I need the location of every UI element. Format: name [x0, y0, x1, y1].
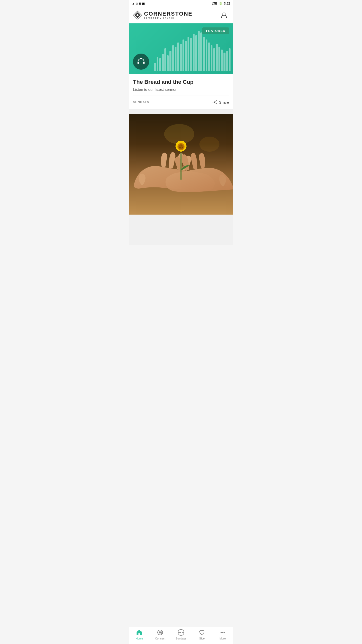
waveform-bar: [218, 47, 220, 71]
share-label: Share: [219, 100, 229, 104]
sermon-footer: SUNDAYS Share: [133, 96, 229, 105]
waveform-bar: [157, 57, 158, 71]
waveform-bar: [154, 63, 156, 71]
svg-point-7: [164, 124, 194, 144]
waveform-bar: [221, 50, 223, 71]
waveform-bar: [169, 51, 171, 71]
nav-item-sundays[interactable]: Sundays: [173, 629, 189, 640]
svg-point-23: [182, 147, 183, 148]
waveform-bar: [211, 45, 212, 71]
network-type: LTE: [212, 2, 217, 5]
waveform-bar: [180, 44, 182, 71]
svg-point-19: [178, 144, 184, 149]
svg-point-24: [179, 147, 180, 148]
waveform-bar: [164, 48, 166, 71]
hands-flower-illustration: [129, 114, 233, 215]
wifi-icon: ⊙: [136, 2, 138, 5]
status-bar: ▲ ⊙ ⊞ ▣ LTE 🔋 3:52: [129, 0, 233, 7]
logo-subtitle: community church: [144, 17, 193, 19]
logo: CORNERSTONE community church: [133, 11, 193, 20]
share-button[interactable]: Share: [212, 99, 229, 105]
home-label: Home: [136, 637, 143, 640]
waveform-bar: [223, 53, 225, 71]
sermon-description: Listen to our latest sermon!: [133, 87, 229, 92]
waveform-bar: [226, 51, 228, 71]
time: 3:52: [224, 2, 230, 5]
logo-text: CORNERSTONE community church: [144, 11, 193, 19]
waveform-bar: [175, 47, 176, 71]
nav-item-connect[interactable]: Connect: [153, 629, 168, 640]
featured-banner: FEATURED: [129, 23, 233, 74]
signal-icon: ▲: [132, 2, 135, 5]
svg-point-22: [180, 147, 181, 148]
waveform-bar: [185, 41, 187, 71]
give-icon: [198, 629, 205, 636]
connect-icon: [157, 629, 164, 636]
featured-content: The Bread and the Cup Listen to our late…: [129, 74, 233, 109]
home-icon: [136, 629, 143, 636]
status-right: LTE 🔋 3:52: [212, 2, 230, 5]
headphones-button[interactable]: [133, 54, 149, 70]
connect-label: Connect: [155, 637, 165, 640]
give-label: Give: [199, 637, 205, 640]
waveform-bar: [167, 55, 169, 71]
svg-point-35: [223, 632, 225, 633]
sermon-tag: SUNDAYS: [133, 100, 149, 104]
waveform-bar: [190, 38, 192, 71]
nav-item-more[interactable]: More: [215, 629, 230, 640]
svg-point-20: [179, 145, 180, 146]
battery-icon: 🔋: [219, 2, 222, 5]
nav-item-home[interactable]: Home: [132, 629, 147, 640]
waveform-bar: [198, 31, 200, 71]
status-left: ▲ ⊙ ⊞ ▣: [132, 2, 145, 5]
waveform-bar: [206, 39, 207, 71]
svg-point-33: [220, 632, 222, 633]
nav-item-give[interactable]: Give: [194, 629, 209, 640]
logo-title: CORNERSTONE: [144, 11, 193, 17]
waveform: [152, 23, 233, 74]
svg-rect-4: [138, 62, 139, 64]
extra-icons: ⊞ ▣: [139, 2, 145, 5]
share-icon: [212, 99, 217, 105]
waveform-bar: [200, 32, 202, 71]
svg-rect-5: [143, 62, 145, 64]
waveform-bar: [183, 39, 184, 71]
waveform-bar: [213, 48, 215, 71]
waveform-bar: [188, 37, 189, 71]
svg-point-21: [181, 145, 182, 146]
waveform-bar: [177, 43, 179, 71]
bottom-spacer: [129, 215, 233, 245]
waveform-bar: [162, 54, 164, 71]
headphones-icon: [137, 57, 145, 66]
section-spacer: [129, 109, 233, 114]
waveform-bar: [203, 37, 205, 71]
svg-point-8: [199, 137, 219, 152]
sundays-icon: [177, 629, 185, 636]
sermon-title: The Bread and the Cup: [133, 79, 229, 85]
profile-icon: [220, 12, 228, 19]
waveform-bar: [208, 43, 210, 71]
waveform-bar: [172, 45, 174, 71]
hands-image-section: [129, 114, 233, 215]
sundays-label: Sundays: [176, 637, 187, 640]
more-icon: [219, 629, 226, 636]
waveform-bar: [216, 44, 218, 71]
bottom-navigation: Home Connect Sundays: [129, 627, 233, 644]
logo-diamond-icon: [133, 11, 142, 20]
waveform-bar: [229, 48, 231, 71]
waveform-bar: [195, 35, 197, 71]
header: CORNERSTONE community church: [129, 7, 233, 23]
svg-point-34: [222, 632, 223, 633]
more-label: More: [219, 637, 226, 640]
waveform-bar: [193, 34, 195, 71]
profile-button[interactable]: [219, 10, 229, 20]
waveform-bar: [159, 58, 161, 71]
